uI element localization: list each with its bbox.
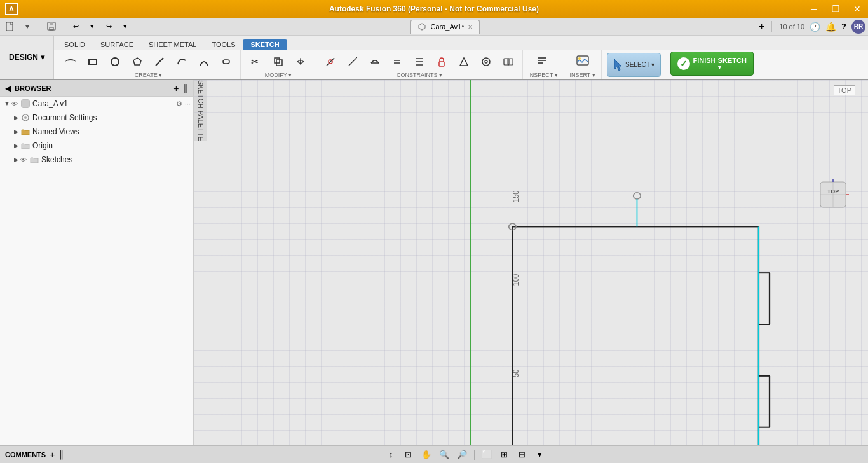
lock-tool[interactable] bbox=[431, 52, 452, 72]
grid-snap-btn[interactable]: ⊡ bbox=[402, 448, 416, 462]
tree-label-origin: Origin bbox=[32, 141, 193, 150]
design-button[interactable]: DESIGN ▾ bbox=[0, 36, 54, 79]
svg-marker-13 bbox=[297, 60, 301, 64]
tree-item-sketches[interactable]: ▶ 👁 Sketches bbox=[0, 153, 193, 167]
view-label: TOP bbox=[834, 85, 855, 95]
svg-rect-36 bbox=[22, 100, 29, 107]
save-button[interactable] bbox=[44, 20, 59, 34]
finish-sketch-button[interactable]: ✓ FINISH SKETCH ▾ bbox=[670, 52, 754, 76]
new-button[interactable] bbox=[3, 20, 18, 34]
zoom-in-btn[interactable]: 🔍 bbox=[437, 448, 451, 462]
help-icon[interactable]: ? bbox=[841, 22, 846, 31]
select-tools: SELECT ▾ bbox=[607, 52, 661, 78]
redo-button[interactable]: ↪ bbox=[102, 20, 116, 34]
env-more-btn[interactable]: ▾ bbox=[533, 448, 547, 462]
circle-constraint-tool[interactable] bbox=[476, 52, 496, 72]
tree-item-root[interactable]: ▼ 👁 Cara_A v1 ⚙ ··· bbox=[0, 97, 193, 111]
finish-sketch-label: FINISH SKETCH bbox=[693, 57, 747, 64]
browser-add-icon[interactable]: + bbox=[173, 83, 179, 93]
tree-arrow-doc-settings: ▶ bbox=[11, 114, 20, 121]
svg-rect-29 bbox=[504, 59, 509, 65]
arc-tool[interactable] bbox=[60, 52, 81, 72]
pan-tool-btn[interactable]: ✋ bbox=[419, 448, 433, 462]
tab-tools[interactable]: TOOLS bbox=[204, 39, 243, 50]
doc-tab-name: Cara_Av1* bbox=[430, 23, 464, 31]
svg-rect-3 bbox=[50, 22, 53, 25]
tree-more-root[interactable]: ··· bbox=[185, 100, 191, 107]
spline-tool[interactable] bbox=[172, 52, 192, 72]
tree-icon-root bbox=[20, 99, 31, 109]
trim-tool[interactable]: ✂ bbox=[246, 52, 266, 72]
design-label: DESIGN bbox=[9, 53, 38, 62]
circle-tool[interactable] bbox=[105, 52, 125, 72]
tab-surface[interactable]: SURFACE bbox=[93, 39, 141, 50]
minimize-button[interactable]: ─ bbox=[803, 0, 825, 18]
doc-tab-close[interactable]: ✕ bbox=[468, 24, 473, 31]
insert-image-tool[interactable] bbox=[573, 52, 593, 72]
tree-settings-root[interactable]: ⚙ bbox=[176, 100, 182, 108]
tab-solid[interactable]: SOLID bbox=[57, 39, 93, 50]
svg-rect-32 bbox=[538, 60, 546, 61]
clock-icon[interactable]: 🕐 bbox=[810, 22, 820, 32]
collinear-tool[interactable] bbox=[342, 52, 363, 72]
line-tool[interactable] bbox=[149, 52, 170, 72]
svg-text:150: 150 bbox=[511, 190, 520, 202]
new-tab-button[interactable]: + bbox=[759, 21, 764, 32]
comments-add-icon[interactable]: + bbox=[50, 450, 55, 460]
ribbon: DESIGN ▾ SOLID SURFACE SHEET METAL TOOLS… bbox=[0, 36, 868, 80]
canvas-toolbar-center: ↕ ⊡ ✋ 🔍 🔎 ⬜ ⊞ ⊟ ▾ bbox=[68, 448, 863, 462]
close-button[interactable]: ✕ bbox=[846, 0, 868, 18]
document-tab[interactable]: Cara_Av1* ✕ bbox=[410, 20, 480, 34]
offset-tool[interactable] bbox=[268, 52, 288, 72]
slot-tool[interactable] bbox=[216, 52, 236, 72]
app-icon: A bbox=[5, 3, 18, 15]
undo-button[interactable]: ↩ bbox=[69, 20, 83, 34]
zoom-out-btn[interactable]: 🔎 bbox=[455, 448, 469, 462]
project-tool[interactable] bbox=[498, 52, 519, 72]
tree-eye-sketches[interactable]: 👁 bbox=[20, 156, 27, 163]
ribbon-tabs: SOLID SURFACE SHEET METAL TOOLS SKETCH bbox=[54, 36, 868, 79]
triangle-tool[interactable] bbox=[454, 52, 474, 72]
tree-item-named-views[interactable]: ▶ Named Views bbox=[0, 125, 193, 139]
move-tool-btn[interactable]: ↕ bbox=[384, 448, 398, 462]
polygon-tool[interactable] bbox=[127, 52, 147, 72]
svg-rect-8 bbox=[223, 60, 229, 64]
browser-pin-icon[interactable]: ║ bbox=[182, 84, 188, 93]
restore-button[interactable]: ❐ bbox=[825, 0, 846, 18]
svg-marker-26 bbox=[460, 58, 468, 66]
display-mode-btn[interactable]: ⬜ bbox=[480, 448, 494, 462]
canvas-area[interactable]: 150 100 50 -150 -100 -50 bbox=[194, 80, 868, 445]
ribbon-content: CREATE ▾ ✂ bbox=[54, 50, 868, 79]
conic-tool[interactable] bbox=[194, 52, 214, 72]
file-menu-button[interactable] bbox=[20, 20, 34, 34]
design-dropdown-icon: ▾ bbox=[41, 53, 44, 62]
user-avatar[interactable]: RR bbox=[851, 20, 865, 34]
select-tool[interactable]: SELECT ▾ bbox=[607, 53, 661, 77]
nav-cube[interactable]: TOP bbox=[817, 179, 849, 211]
browser-title: BROWSER bbox=[15, 85, 51, 92]
grid-btn[interactable]: ⊞ bbox=[498, 448, 512, 462]
browser-collapse-icon[interactable]: ◀ bbox=[5, 84, 11, 93]
coincident-tool[interactable] bbox=[320, 52, 341, 72]
bell-icon[interactable]: 🔔 bbox=[825, 22, 836, 32]
equal-tool[interactable] bbox=[387, 52, 407, 72]
mirror-tool[interactable] bbox=[290, 52, 311, 72]
parallel-tool[interactable] bbox=[409, 52, 430, 72]
tree-item-origin[interactable]: ▶ Origin bbox=[0, 139, 193, 153]
tree-icon-sketches-folder bbox=[29, 155, 39, 165]
tab-sketch[interactable]: SKETCH bbox=[243, 39, 287, 50]
tree-eye-root[interactable]: 👁 bbox=[11, 100, 18, 107]
comments-pin-icon[interactable]: ║ bbox=[58, 450, 64, 459]
undo-arrow[interactable]: ▾ bbox=[85, 20, 99, 34]
tab-sheet-metal[interactable]: SHEET METAL bbox=[141, 39, 204, 50]
tree-arrow-origin: ▶ bbox=[11, 142, 20, 149]
redo-arrow[interactable]: ▾ bbox=[118, 20, 132, 34]
tree-arrow-named-views: ▶ bbox=[11, 128, 20, 135]
rectangle-tool[interactable] bbox=[83, 52, 103, 72]
tangent-tool[interactable] bbox=[365, 52, 385, 72]
tree-item-doc-settings[interactable]: ▶ Document Settings bbox=[0, 111, 193, 125]
inspect-tool[interactable] bbox=[533, 52, 553, 72]
insert-tools bbox=[573, 52, 593, 72]
env-btn[interactable]: ⊟ bbox=[515, 448, 529, 462]
tree-icon-doc-settings bbox=[20, 113, 31, 123]
